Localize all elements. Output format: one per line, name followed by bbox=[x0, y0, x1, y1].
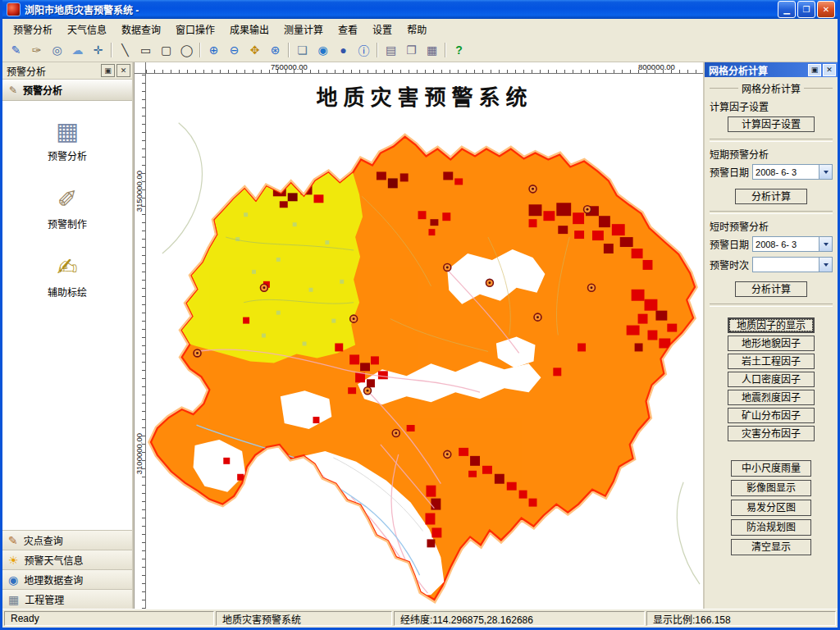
roundrect-tool-icon[interactable]: ▢ bbox=[157, 41, 176, 59]
ruler-top: 750000.00 800000.00 bbox=[146, 62, 703, 74]
menu-measure-calc[interactable]: 测量计算 bbox=[276, 20, 331, 39]
mine-distribution-factor-button[interactable]: 矿山分布因子 bbox=[728, 408, 815, 423]
nowcast-time-combobox[interactable] bbox=[752, 257, 833, 272]
geotech-factor-button[interactable]: 岩土工程因子 bbox=[728, 354, 815, 369]
right-panel-header: 网格分析计算 ▣ ✕ bbox=[705, 62, 838, 77]
ruler-corner bbox=[135, 62, 146, 74]
accordion-disaster-point-query[interactable]: ✎ 灾点查询 bbox=[2, 530, 132, 550]
crosshair-icon[interactable]: ✛ bbox=[89, 41, 107, 59]
print-preview-icon[interactable]: ❐ bbox=[402, 41, 421, 59]
zoom-extent-icon[interactable]: ⊛ bbox=[266, 41, 285, 59]
menu-help[interactable]: 帮助 bbox=[399, 20, 434, 39]
grid-icon: ▦ bbox=[8, 593, 19, 606]
menu-settings[interactable]: 设置 bbox=[365, 20, 399, 39]
nowcast-analyze-button[interactable]: 分析计算 bbox=[735, 281, 807, 297]
identify-icon[interactable]: ◎ bbox=[48, 41, 66, 59]
short-term-date-combobox[interactable]: 2008- 6- 3 bbox=[752, 164, 833, 180]
pan-icon[interactable]: ✥ bbox=[245, 41, 264, 59]
plot-tool-icon[interactable]: ✑ bbox=[27, 41, 46, 59]
chevron-down-icon[interactable] bbox=[819, 258, 832, 272]
left-section-title: 预警分析 bbox=[23, 83, 62, 97]
right-panel-body: 网格分析计算 计算因子设置 计算因子设置 短期预警分析 预警日期 2008- 6… bbox=[705, 77, 838, 609]
globe-icon[interactable]: ◉ bbox=[313, 41, 332, 59]
cloud-icon[interactable]: ☁ bbox=[68, 41, 87, 59]
short-term-analyze-button[interactable]: 分析计算 bbox=[735, 189, 807, 204]
print-icon[interactable]: ▦ bbox=[422, 41, 441, 59]
prevention-plan-button[interactable]: 防治规划图 bbox=[731, 519, 811, 536]
map-svg[interactable] bbox=[146, 74, 703, 609]
tool-warning-production[interactable]: ✐ 预警制作 bbox=[48, 185, 87, 231]
line-tool-icon[interactable]: ╲ bbox=[116, 41, 135, 59]
separator bbox=[710, 304, 833, 307]
copy-layers-icon[interactable]: ❏ bbox=[293, 41, 312, 59]
menu-view[interactable]: 查看 bbox=[331, 20, 365, 39]
tool-label: 辅助标绘 bbox=[48, 285, 87, 299]
info-icon[interactable]: ⓘ bbox=[354, 41, 373, 59]
geology-factor-display-button[interactable]: 地质因子的显示 bbox=[728, 317, 815, 333]
menubar: 预警分析 天气信息 数据查询 窗口操作 成果输出 测量计算 查看 设置 帮助 bbox=[2, 19, 838, 39]
minimize-button[interactable]: ▁ bbox=[778, 1, 796, 18]
toolbar: ✎ ✑ ◎ ☁ ✛ ╲ ▭ ▢ ◯ ⊕ ⊖ ✥ ⊛ ❏ ◉ ● ⓘ ▤ ❐ ▦ … bbox=[2, 39, 838, 62]
nowcast-date-value: 2008- 6- 3 bbox=[753, 240, 819, 249]
rect-tool-icon[interactable]: ▭ bbox=[136, 41, 155, 59]
menu-result-output[interactable]: 成果输出 bbox=[222, 20, 276, 39]
warning-analysis-icon: ▦ bbox=[56, 117, 79, 145]
separator bbox=[710, 139, 833, 142]
map-title: 地质灾害预警系统 bbox=[146, 80, 703, 111]
edit-icon[interactable]: ✎ bbox=[7, 41, 25, 59]
report-icon[interactable]: ▤ bbox=[381, 41, 400, 59]
map-canvas[interactable]: 地质灾害预警系统 bbox=[146, 74, 703, 609]
left-panel-title: 预警分析 bbox=[7, 64, 99, 78]
meso-rainfall-button[interactable]: 中小尺度雨量 bbox=[731, 460, 811, 477]
accordion-label: 工程管理 bbox=[25, 592, 64, 606]
seismic-intensity-factor-button[interactable]: 地震烈度因子 bbox=[728, 390, 815, 405]
right-panel-title: 网格分析计算 bbox=[709, 63, 806, 77]
chevron-down-icon[interactable] bbox=[819, 165, 832, 179]
short-term-date-value: 2008- 6- 3 bbox=[753, 167, 819, 177]
susceptibility-zoning-button[interactable]: 易发分区图 bbox=[731, 500, 811, 516]
sun-icon: ☀ bbox=[8, 554, 19, 567]
chevron-down-icon[interactable] bbox=[819, 237, 832, 251]
disaster-distribution-factor-button[interactable]: 灾害分布因子 bbox=[728, 426, 815, 441]
tool-warning-analysis[interactable]: ▦ 预警分析 bbox=[48, 117, 87, 162]
calc-factor-settings-button[interactable]: 计算因子设置 bbox=[728, 116, 815, 132]
accordion-warning-weather-info[interactable]: ☀ 预警天气信息 bbox=[2, 550, 132, 569]
sphere-icon[interactable]: ● bbox=[334, 41, 353, 59]
content-area: 预警分析 ▣ ✕ ✎ 预警分析 ▦ 预警分析 ✐ 预警制作 ✍ 辅助标 bbox=[2, 62, 838, 609]
population-density-factor-button[interactable]: 人口密度因子 bbox=[728, 372, 815, 387]
status-system-name: 地质灾害预警系统 bbox=[216, 611, 392, 626]
status-coordinates: 经纬度:114.296875,28.162686 bbox=[394, 611, 645, 626]
tool-label: 预警分析 bbox=[48, 148, 87, 162]
toolbar-separator bbox=[288, 43, 290, 57]
toolbar-separator bbox=[111, 43, 112, 57]
ellipse-tool-icon[interactable]: ◯ bbox=[177, 41, 196, 59]
panel-close-icon[interactable]: ✕ bbox=[116, 64, 130, 77]
menu-data-query[interactable]: 数据查询 bbox=[114, 20, 168, 39]
ruler-left: 3150000.00 3100000.00 bbox=[135, 74, 146, 609]
grid-analysis-section-title: 网格分析计算 bbox=[742, 81, 801, 95]
menu-warning-analysis[interactable]: 预警分析 bbox=[6, 20, 60, 39]
zoom-in-icon[interactable]: ⊕ bbox=[204, 41, 223, 59]
factor-buttons: 地质因子的显示 地形地貌因子 岩土工程因子 人口密度因子 地震烈度因子 矿山分布… bbox=[710, 315, 833, 444]
left-section-header[interactable]: ✎ 预警分析 bbox=[2, 80, 132, 101]
zoom-out-icon[interactable]: ⊖ bbox=[225, 41, 244, 59]
accordion-geo-data-query[interactable]: ◉ 地理数据查询 bbox=[2, 569, 132, 589]
tool-assist-plotting[interactable]: ✍ 辅助标绘 bbox=[48, 253, 87, 299]
clear-display-button[interactable]: 清空显示 bbox=[731, 539, 811, 555]
right-panel-grid-analysis: 网格分析计算 ▣ ✕ 网格分析计算 计算因子设置 计算因子设置 短期预警分析 预… bbox=[703, 62, 838, 609]
close-button[interactable]: ✕ bbox=[817, 1, 835, 18]
statusbar: Ready 地质灾害预警系统 经纬度:114.296875,28.162686 … bbox=[2, 609, 838, 628]
accordion-project-management[interactable]: ▦ 工程管理 bbox=[2, 589, 132, 609]
terrain-factor-button[interactable]: 地形地貌因子 bbox=[728, 336, 815, 351]
imagery-display-button[interactable]: 影像图显示 bbox=[731, 480, 811, 496]
maximize-button[interactable]: ❐ bbox=[797, 1, 815, 18]
warning-production-icon: ✐ bbox=[57, 185, 77, 213]
menu-window-ops[interactable]: 窗口操作 bbox=[168, 20, 222, 39]
left-tools: ▦ 预警分析 ✐ 预警制作 ✍ 辅助标绘 bbox=[2, 101, 132, 530]
panel-pin-icon[interactable]: ▣ bbox=[808, 64, 821, 76]
panel-pin-icon[interactable]: ▣ bbox=[101, 64, 115, 77]
panel-close-icon[interactable]: ✕ bbox=[823, 64, 836, 76]
help-icon[interactable]: ? bbox=[450, 41, 468, 59]
menu-weather-info[interactable]: 天气信息 bbox=[60, 20, 114, 39]
nowcast-date-combobox[interactable]: 2008- 6- 3 bbox=[752, 236, 833, 252]
